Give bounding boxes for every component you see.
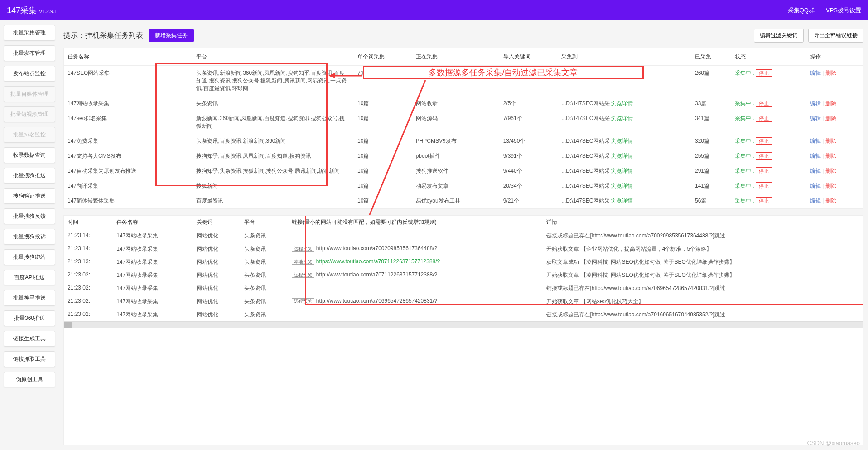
log-link[interactable]: http://www.toutiao.com/a7002098535617364… [316, 245, 438, 252]
sidebar-item-3: 批量自媒体管理 [4, 86, 55, 102]
sidebar-item-10[interactable]: 批量搜狗投诉 [4, 229, 55, 245]
log-header-3: 平台 [241, 216, 288, 229]
task-platform: 百度最资讯 [193, 194, 354, 208]
delete-link[interactable]: 删除 [825, 115, 836, 121]
sidebar-item-16[interactable]: 链接抓取工具 [4, 351, 55, 367]
task-row: 147网站收录采集头条资讯10篇网站收录2/5个...D:\147SEO网站采 … [64, 96, 863, 111]
log-header-4: 链接(量小的网站可能没有匹配，如需要可群内反馈增加规则) [288, 216, 543, 229]
log-header-5: 详情 [543, 216, 863, 229]
top-right-links: 采集QQ群 VPS拨号设置 [788, 6, 861, 15]
task-name: 147简体转繁体采集 [64, 194, 193, 208]
sidebar-item-8[interactable]: 搜狗验证推送 [4, 188, 55, 204]
stop-button[interactable]: 停止 [756, 137, 772, 145]
log-time: 21:23:02: [64, 282, 113, 295]
log-link[interactable]: http://www.toutiao.com/a7069654728657420… [316, 298, 438, 304]
sidebar-item-15[interactable]: 链接生成工具 [4, 331, 55, 347]
stop-button[interactable]: 停止 [756, 197, 772, 204]
task-per: 10篇 [354, 134, 412, 149]
sidebar-item-13[interactable]: 批量神马推送 [4, 290, 55, 306]
log-row: 21:23:14:147网站收录采集网站优化头条资讯链接或标题已存在[http:… [64, 229, 863, 243]
preview-badge[interactable]: 远程预览 [292, 298, 314, 304]
edit-link[interactable]: 编辑 [810, 183, 821, 189]
task-status: 采集中.. 停止 [731, 164, 806, 179]
log-kw: 网站优化 [193, 229, 241, 243]
log-task: 147网站收录采集 [113, 295, 193, 308]
view-detail-link[interactable]: 浏览详情 [611, 198, 633, 204]
view-detail-link[interactable]: 浏览详情 [611, 138, 633, 144]
log-detail: 开始获取文章 【企业网站优化，提高网站流量，4个标准，5个策略】 [543, 242, 863, 256]
task-platform: 搜狐新闻 [193, 179, 354, 194]
task-per: 10篇 [354, 179, 412, 194]
edit-link[interactable]: 编辑 [810, 115, 821, 121]
horizontal-scrollbar[interactable] [64, 321, 863, 328]
qq-group-link[interactable]: 采集QQ群 [788, 6, 815, 15]
log-link[interactable]: https://www.toutiao.com/a707112263715771… [316, 258, 440, 265]
log-platform: 头条资讯 [241, 256, 288, 269]
log-platform: 头条资讯 [241, 229, 288, 243]
log-task: 147网站收录采集 [113, 229, 193, 243]
sidebar-item-2[interactable]: 发布站点监控 [4, 66, 55, 82]
edit-link[interactable]: 编辑 [810, 168, 821, 174]
stop-button[interactable]: 停止 [756, 152, 772, 160]
task-got: 56篇 [691, 194, 731, 208]
task-ops: 编辑 | 删除 [806, 149, 863, 164]
sidebar-item-12[interactable]: 百度API推送 [4, 270, 55, 285]
delete-link[interactable]: 删除 [825, 70, 836, 76]
stop-button[interactable]: 停止 [756, 100, 772, 107]
view-detail-link[interactable]: 浏览详情 [611, 168, 633, 174]
log-time: 21:23:02: [64, 308, 113, 321]
sidebar-item-9[interactable]: 批量搜狗反馈 [4, 208, 55, 224]
log-platform: 头条资讯 [241, 282, 288, 295]
task-kw: 7/961个 [500, 111, 558, 134]
task-to: ...D:\147SEO网站采 浏览详情 [558, 96, 691, 111]
edit-link[interactable]: 编辑 [810, 138, 821, 144]
delete-link[interactable]: 删除 [825, 198, 836, 204]
preview-badge[interactable]: 远程预览 [292, 246, 314, 252]
log-link-cell [288, 308, 543, 321]
task-now: PHPCMSV9发布 [412, 134, 500, 149]
edit-link[interactable]: 编辑 [810, 153, 821, 159]
stop-button[interactable]: 停止 [756, 69, 772, 77]
log-link-cell [288, 282, 543, 295]
delete-link[interactable]: 删除 [825, 183, 836, 189]
export-bad-links-button[interactable]: 导出全部错误链接 [808, 29, 863, 43]
log-detail: 获取文章成功 【凌网科技_网站SEO优化如何做_关于SEO优化详细操作步骤】 [543, 256, 863, 269]
sidebar-item-7[interactable]: 批量搜狗推送 [4, 168, 55, 184]
stop-button[interactable]: 停止 [756, 167, 772, 174]
preview-badge[interactable]: 远程预览 [292, 272, 314, 278]
sidebar-item-14[interactable]: 批量360推送 [4, 310, 55, 326]
log-time: 21:23:13: [64, 256, 113, 269]
view-detail-link[interactable]: 浏览详情 [611, 153, 633, 159]
stop-button[interactable]: 停止 [756, 182, 772, 189]
logo-area: 147采集 v1.2.9.1 [7, 5, 57, 16]
delete-link[interactable]: 删除 [825, 153, 836, 159]
task-got: 33篇 [691, 96, 731, 111]
task-now: 搜狗推送软件 [412, 164, 500, 179]
log-link[interactable]: http://www.toutiao.com/a7071122637157712… [316, 271, 438, 278]
task-got: 320篇 [691, 134, 731, 149]
log-kw: 网站优化 [193, 308, 241, 321]
view-detail-link[interactable]: 浏览详情 [611, 115, 633, 121]
task-kw: 9/440个 [500, 164, 558, 179]
sidebar-item-1[interactable]: 批量发布管理 [4, 45, 55, 61]
sidebar-item-0[interactable]: 批量采集管理 [4, 25, 55, 41]
vps-settings-link[interactable]: VPS拨号设置 [826, 6, 861, 15]
view-detail-link[interactable]: 浏览详情 [611, 183, 633, 189]
view-detail-link[interactable]: 浏览详情 [611, 100, 633, 106]
edit-link[interactable]: 编辑 [810, 100, 821, 106]
delete-link[interactable]: 删除 [825, 138, 836, 144]
edit-link[interactable]: 编辑 [810, 70, 821, 76]
log-header-1: 任务名称 [113, 216, 193, 229]
delete-link[interactable]: 删除 [825, 168, 836, 174]
sidebar-item-11[interactable]: 批量搜狗绑站 [4, 249, 55, 265]
new-task-button[interactable]: 新增采集任务 [149, 29, 194, 42]
task-per: 10篇 [354, 164, 412, 179]
delete-link[interactable]: 删除 [825, 100, 836, 106]
edit-filter-button[interactable]: 编辑过滤关键词 [754, 29, 804, 43]
sidebar-item-17[interactable]: 伪原创工具 [4, 372, 55, 387]
task-status: 采集中.. 停止 [731, 194, 806, 208]
stop-button[interactable]: 停止 [756, 115, 772, 122]
edit-link[interactable]: 编辑 [810, 198, 821, 204]
sidebar-item-6[interactable]: 收录数据查询 [4, 147, 55, 163]
preview-badge[interactable]: 本地预览 [292, 259, 314, 265]
